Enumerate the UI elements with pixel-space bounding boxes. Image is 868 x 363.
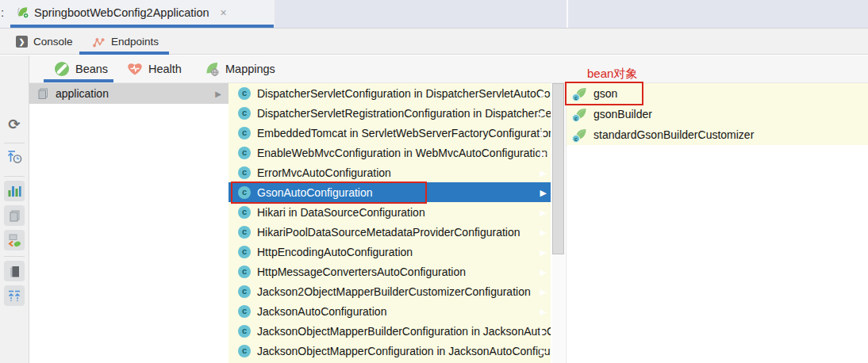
sidebar-divider [4, 176, 25, 177]
config-list-item-label: HikariPoolDataSourceMetadataProviderConf… [257, 226, 520, 239]
close-icon[interactable]: × [221, 6, 227, 19]
config-list-item[interactable]: c EnableWebMvcConfiguration in WebMvcAut… [229, 143, 551, 162]
topbar-divider [567, 0, 568, 28]
beans-icon [54, 61, 70, 77]
bean-list-item[interactable]: c gsonBuilder [567, 104, 868, 124]
submenu-arrow-icon: ▶ [540, 227, 547, 237]
copy-stack-icon[interactable] [4, 205, 25, 226]
config-list-item[interactable]: c JacksonObjectMapperConfiguration in Ja… [229, 341, 551, 361]
config-list-item-label: DispatcherServletRegistrationConfigurati… [257, 107, 551, 120]
endpoints-icon [93, 36, 106, 48]
config-list-item-label: Hikari in DataSourceConfiguration [257, 206, 425, 219]
bean-panel: c gson c gsonBuilder c standardGsonBuild… [566, 83, 868, 363]
config-list-item[interactable]: c GsonAutoConfiguration ▶ [229, 182, 551, 202]
active-tool-tab-underline [79, 52, 169, 55]
config-list-item-label: DispatcherServletConfiguration in Dispat… [257, 87, 551, 100]
class-icon: c [238, 87, 251, 100]
config-list-item[interactable]: c HikariPoolDataSourceMetadataProviderCo… [229, 222, 551, 242]
tool-tab-bar: ❯ Console Endpoints [0, 29, 868, 55]
statistics-chart-icon[interactable] [4, 181, 25, 201]
submenu-arrow-icon: ▶ [540, 286, 547, 296]
submenu-arrow-icon: ▶ [540, 346, 547, 356]
sidebar-divider [4, 143, 25, 143]
class-icon: c [238, 266, 251, 278]
tab-console[interactable]: ❯ Console [16, 29, 73, 55]
config-list-item[interactable]: c DispatcherServletConfiguration in Disp… [229, 83, 551, 103]
class-icon: c [238, 285, 251, 298]
class-icon: c [238, 147, 251, 159]
run-tab-bar: : SpringbootWebConfig2Application × [0, 0, 868, 29]
config-list-item-label: EmbeddedTomcat in ServletWebServerFactor… [257, 127, 551, 139]
bean-object-annotation-label: bean对象 [587, 67, 637, 82]
submenu-arrow-icon: ▶ [215, 90, 221, 98]
run-tab-title: SpringbootWebConfig2Application [34, 6, 209, 19]
bean-list-item-label: standardGsonBuilderCustomizer [593, 128, 754, 141]
tab-mappings[interactable]: Mappings [204, 56, 275, 81]
class-icon: c [238, 226, 251, 239]
config-list-item-label: EnableWebMvcConfiguration in WebMvcAutoC… [257, 147, 547, 159]
config-list-item[interactable]: c HttpEncodingAutoConfiguration ▶ [229, 242, 551, 262]
application-panel: application ▶ [29, 83, 229, 363]
submenu-arrow-icon: ▶ [540, 88, 547, 98]
rerun-icon[interactable]: ⟳ [8, 116, 20, 132]
config-list-item-label: JacksonAutoConfiguration [257, 305, 386, 318]
mappings-icon [204, 61, 220, 77]
tab-health[interactable]: Health [127, 56, 182, 81]
submenu-arrow-icon: ▶ [540, 266, 547, 277]
book-icon[interactable] [4, 261, 25, 281]
spring-bean-icon: c [574, 108, 587, 120]
class-icon: c [572, 114, 580, 122]
scrollbar-thumb[interactable] [552, 83, 564, 254]
class-icon: c [572, 94, 580, 101]
class-icon: c [238, 325, 251, 338]
config-list-item-label: HttpMessageConvertersAutoConfiguration [257, 266, 466, 278]
toolwindow-sidebar: ⟳ [0, 55, 29, 363]
config-list-item-label: JacksonObjectMapperBuilderConfiguration … [257, 325, 551, 338]
tab-endpoints-label: Endpoints [111, 36, 159, 48]
config-list-item-label: GsonAutoConfiguration [257, 186, 373, 199]
config-list-item[interactable]: c JacksonObjectMapperBuilderConfiguratio… [229, 321, 551, 341]
application-item-label: application [56, 87, 109, 100]
submenu-arrow-icon: ▶ [540, 246, 547, 257]
console-icon: ❯ [16, 36, 28, 48]
class-icon: c [238, 206, 251, 219]
config-list-item[interactable]: c EmbeddedTomcat in ServletWebServerFact… [229, 123, 551, 143]
config-list-item[interactable]: c HttpMessageConvertersAutoConfiguration… [229, 262, 551, 281]
bean-list-item[interactable]: c standardGsonBuilderCustomizer [567, 124, 868, 145]
submenu-arrow-icon: ▶ [540, 207, 547, 217]
config-list-item[interactable]: c Jackson2ObjectMapperBuilderCustomizerC… [229, 281, 551, 301]
class-icon: c [238, 345, 251, 357]
class-icon: c [238, 127, 251, 139]
run-tab[interactable]: SpringbootWebConfig2Application × [16, 0, 227, 25]
bean-list-item-label: gson [593, 87, 617, 100]
expand-all-icon[interactable] [4, 285, 25, 306]
config-list-item[interactable]: c Hikari in DataSourceConfiguration ▶ [229, 202, 551, 222]
bean-list-item[interactable]: c gson [567, 83, 868, 104]
tab-beans[interactable]: Beans [54, 56, 108, 81]
spring-bean-icon: c [574, 128, 587, 141]
application-item[interactable]: application ▶ [29, 83, 229, 104]
spring-bean-icon: c [574, 87, 587, 100]
spring-boot-run-icon [16, 6, 29, 19]
spring-library-icon[interactable] [4, 230, 25, 250]
config-list-item[interactable]: c ErrorMvcAutoConfiguration ▶ [229, 162, 551, 182]
submenu-arrow-icon: ▶ [540, 187, 547, 197]
submenu-arrow-icon: ▶ [540, 147, 547, 158]
sort-by-time-icon[interactable] [6, 147, 22, 165]
active-beans-tab-underline [44, 79, 113, 82]
config-list: c DispatcherServletConfiguration in Disp… [229, 83, 551, 363]
active-run-tab-underline [10, 25, 274, 28]
config-list-item[interactable]: c DispatcherServletRegistrationConfigura… [229, 103, 551, 123]
endpoints-tool-window: : SpringbootWebConfig2Application × ❯ Co… [0, 0, 868, 363]
config-list-scrollbar [552, 83, 565, 363]
config-list-item[interactable]: c JacksonAutoConfiguration ▶ [229, 301, 551, 321]
tab-beans-label: Beans [75, 63, 108, 75]
tab-mappings-label: Mappings [225, 63, 275, 75]
class-icon: c [238, 305, 251, 318]
submenu-arrow-icon: ▶ [540, 167, 547, 178]
endpoint-type-bar: Beans Health Mappings [29, 55, 868, 83]
submenu-arrow-icon: ▶ [540, 306, 547, 316]
class-icon: c [238, 186, 251, 199]
tab-health-label: Health [148, 63, 182, 75]
bean-list: c gson c gsonBuilder c standardGsonBuild… [567, 83, 868, 145]
